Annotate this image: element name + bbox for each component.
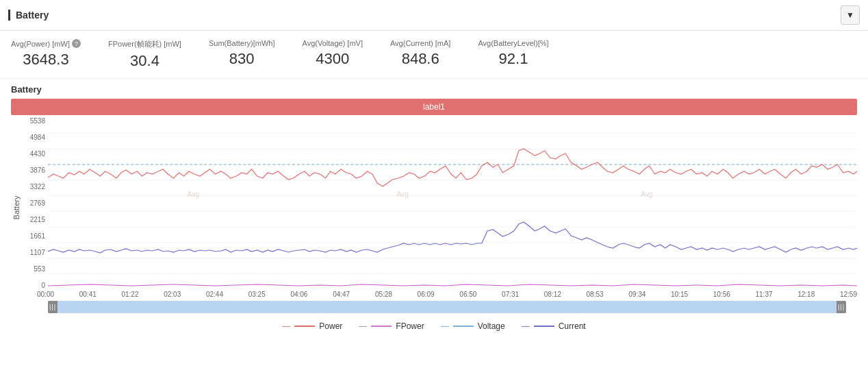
scrollbar-handle-left[interactable]: |||	[48, 301, 58, 313]
x-axis-label: 09:34	[628, 291, 646, 298]
stat-label-avg-voltage: Avg(Voltage) [mV]	[303, 39, 363, 47]
legend-row: —Power—FPower—Voltage—Current	[0, 316, 868, 334]
header: Battery ▼	[0, 0, 868, 31]
stat-avg-power: Avg(Power) [mW]?3648.3	[11, 39, 81, 69]
info-icon[interactable]: ?	[72, 39, 81, 48]
x-axis-label: 06:09	[418, 291, 435, 298]
legend-line-fpower	[371, 326, 392, 327]
legend-label-fpower: FPower	[396, 321, 424, 331]
x-axis-label: 07:31	[502, 291, 519, 298]
x-axis-label: 12:59	[840, 291, 857, 298]
legend-dash-voltage: —	[441, 321, 449, 331]
scrollbar-right-icon: |||	[838, 304, 845, 310]
stat-value-sum-battery: 830	[229, 50, 255, 68]
dropdown-button[interactable]: ▼	[841, 5, 860, 25]
y-axis-title: Battery	[12, 122, 21, 293]
legend-dash-power: —	[282, 321, 290, 331]
stat-avg-battery-level: Avg(BatteryLevel)[%]92.1	[478, 39, 548, 68]
legend-line-power	[294, 326, 315, 327]
x-axis-label: 10:15	[671, 291, 688, 298]
x-axis-label: 11:37	[755, 291, 772, 298]
fpower-line	[48, 284, 857, 286]
y-axis-label: 2769	[22, 200, 45, 207]
legend-dash-current: —	[522, 321, 530, 331]
y-axis-label: 1661	[22, 233, 45, 240]
chevron-down-icon: ▼	[846, 10, 854, 20]
chart-section-title: Battery	[11, 84, 857, 95]
y-axis-labels: 5538498444303876332227692215166111075530	[22, 118, 48, 289]
legend-dash-fpower: —	[359, 321, 367, 331]
legend-item-current: —Current	[522, 321, 586, 331]
x-axis-label: 04:06	[290, 291, 307, 298]
x-axis-labels: 00:0000:4101:2202:0302:4403:2504:0604:47…	[37, 289, 857, 298]
scrollbar-left-icon: |||	[49, 304, 56, 310]
stat-fpower: FPower(帧能耗) [mW]30.4	[108, 39, 181, 70]
legend-label-current: Current	[559, 321, 586, 331]
x-axis-label: 04:47	[333, 291, 350, 298]
stat-label-avg-power: Avg(Power) [mW]?	[11, 39, 81, 48]
stat-value-avg-voltage: 4300	[316, 50, 349, 68]
y-axis-label: 3322	[22, 184, 45, 191]
stat-avg-current: Avg(Current) [mA]848.6	[390, 39, 450, 68]
x-axis-label: 10:56	[713, 291, 730, 298]
power-line	[48, 149, 857, 186]
chart-container: Battery label1 Battery 55384984443038763…	[0, 79, 868, 316]
stat-label-avg-battery-level: Avg(BatteryLevel)[%]	[478, 39, 548, 47]
x-axis-label: 00:41	[79, 291, 97, 298]
svg-text:Avg: Avg	[396, 191, 408, 198]
page-title: Battery	[8, 10, 49, 21]
y-axis-label: 4430	[22, 151, 45, 158]
y-axis-label: 553	[22, 266, 45, 273]
page: Battery ▼ Avg(Power) [mW]?3648.3FPower(帧…	[0, 0, 868, 392]
y-axis-label: 0	[22, 282, 45, 289]
y-axis-label: 3876	[22, 167, 45, 174]
x-axis-label: 02:03	[164, 291, 181, 298]
legend-line-voltage	[453, 326, 474, 327]
x-axis-label: 00:00	[37, 291, 54, 298]
y-axis-label: 1107	[22, 249, 45, 256]
svg-text:Avg: Avg	[188, 191, 199, 198]
scrollbar-handle-right[interactable]: |||	[837, 301, 846, 313]
stat-label-fpower: FPower(帧能耗) [mW]	[108, 39, 181, 49]
x-axis-label: 01:22	[121, 291, 138, 298]
stat-sum-battery: Sum(Battery)[mWh]830	[209, 39, 275, 68]
x-axis-label: 08:53	[587, 291, 604, 298]
stat-value-avg-power: 3648.3	[23, 51, 68, 69]
stat-label-sum-battery: Sum(Battery)[mWh]	[209, 39, 275, 47]
chart-area: Battery 55384984443038763322276922151661…	[11, 118, 857, 289]
x-axis-label: 05:28	[375, 291, 392, 298]
label-bar: label1	[11, 99, 857, 115]
stat-avg-voltage: Avg(Voltage) [mV]4300	[303, 39, 363, 68]
stat-value-fpower: 30.4	[130, 52, 159, 70]
stat-value-avg-current: 848.6	[402, 50, 439, 68]
legend-line-current	[534, 326, 554, 327]
x-axis-label: 06:50	[459, 291, 476, 298]
legend-label-voltage: Voltage	[478, 321, 505, 331]
chart-svg-wrapper: Avg Avg Avg	[48, 118, 857, 289]
legend-item-fpower: —FPower	[359, 321, 424, 331]
legend-item-power: —Power	[282, 321, 342, 331]
current-line	[48, 222, 857, 253]
legend-label-power: Power	[319, 321, 342, 331]
stat-value-avg-battery-level: 92.1	[499, 50, 528, 68]
x-axis-label: 03:25	[248, 291, 266, 298]
stat-label-avg-current: Avg(Current) [mA]	[390, 39, 450, 47]
y-axis-label: 2215	[22, 217, 45, 223]
scrollbar-track[interactable]: ||| |||	[48, 301, 846, 313]
x-axis-label: 08:12	[544, 291, 561, 298]
x-axis-label: 12:18	[797, 291, 815, 298]
stats-row: Avg(Power) [mW]?3648.3FPower(帧能耗) [mW]30…	[0, 31, 868, 79]
y-axis-label: 5538	[22, 118, 45, 125]
legend-item-voltage: —Voltage	[441, 321, 505, 331]
svg-text:Avg: Avg	[641, 191, 652, 198]
x-axis-label: 02:44	[206, 291, 223, 298]
y-axis-label: 4984	[22, 134, 45, 141]
chart-svg: Avg Avg Avg	[48, 118, 857, 289]
scrollbar-row: ||| |||	[11, 298, 857, 316]
